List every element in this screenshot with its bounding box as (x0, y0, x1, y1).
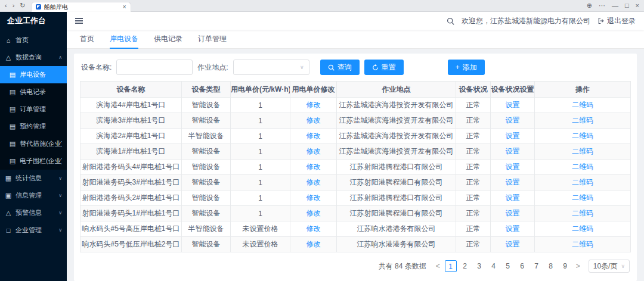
device-name-input[interactable] (116, 60, 193, 75)
page-number-4[interactable]: 4 (488, 260, 500, 272)
setting-link[interactable]: 设置 (506, 147, 520, 155)
modify-link[interactable]: 修改 (306, 101, 321, 109)
page-number-7[interactable]: 7 (531, 260, 543, 272)
page-number-1[interactable]: 1 (445, 260, 457, 272)
table-header-row: 设备名称设备类型用电单价(元/kW·h)用电单价修改作业地点设备状况设备状况设置… (80, 82, 631, 98)
setting-link[interactable]: 设置 (506, 132, 520, 140)
modify-link[interactable]: 修改 (306, 132, 321, 140)
content-area: 设备名称: 作业地点: ∨ 查询 重置 + (67, 49, 644, 281)
setting-link[interactable]: 设置 (506, 193, 520, 202)
qrcode-link[interactable]: 二维码 (572, 178, 593, 186)
maximize-icon[interactable]: □ (625, 2, 629, 9)
more-icon[interactable]: ⋯ (599, 2, 605, 9)
qrcode-link[interactable]: 二维码 (572, 147, 593, 155)
sidebar-item-label: 企业管理 (16, 226, 42, 235)
action-cell: 二维码 (535, 221, 631, 237)
page-number-8[interactable]: 8 (545, 260, 557, 272)
sidebar-item-alternative-measures[interactable]: ▤替代措施(企业) (0, 135, 67, 152)
modify-link[interactable]: 修改 (306, 224, 321, 233)
minimize-icon[interactable]: — (612, 2, 618, 9)
sidebar-item-home[interactable]: ⌂首页 (0, 32, 67, 49)
browser-forward-icon[interactable]: › (13, 2, 15, 9)
modify-link[interactable]: 修改 (306, 163, 321, 171)
action-cell: 二维码 (535, 98, 631, 113)
price-cell: 未设置价格 (231, 221, 290, 237)
browser-tab[interactable]: 船舶岸电 × (31, 2, 131, 12)
page-number-2[interactable]: 2 (459, 260, 471, 272)
qrcode-link[interactable]: 二维码 (572, 193, 593, 202)
qrcode-link[interactable]: 二维码 (572, 224, 593, 233)
modify-link[interactable]: 修改 (306, 116, 321, 124)
close-window-icon[interactable]: × (636, 2, 639, 9)
globe-icon[interactable]: ⊕ (587, 2, 592, 9)
logout-icon (597, 17, 605, 24)
location-cell: 江苏盐城港滨海港投资开发有限公司 (337, 129, 456, 144)
warning-icon: △ (5, 209, 12, 217)
sidebar-item-shore-power-device[interactable]: ▤岸电设备 (0, 66, 67, 83)
column-header: 用电单价修改 (290, 82, 337, 98)
table-row: 响水码头#5号低压岸电桩2号口智能设备未设置价格修改江苏响水港港务有限公司正常设… (80, 237, 631, 252)
browser-back-icon[interactable]: ‹ (5, 2, 7, 9)
next-page-icon[interactable]: > (574, 262, 583, 270)
page-size-select[interactable]: 10条/页 ∨ (589, 260, 630, 273)
qrcode-link[interactable]: 二维码 (572, 240, 593, 248)
tab-order-management[interactable]: 订单管理 (198, 30, 227, 49)
status-cell: 正常 (456, 175, 491, 191)
qrcode-link[interactable]: 二维码 (572, 101, 593, 109)
tab-home[interactable]: 首页 (80, 30, 94, 49)
sidebar-item-order-management[interactable]: ▤订单管理 (0, 101, 67, 118)
column-header: 作业地点 (337, 82, 456, 98)
setting-link[interactable]: 设置 (506, 240, 520, 248)
location-cell: 江苏盐城港滨海港投资开发有限公司 (337, 144, 456, 160)
setting-link[interactable]: 设置 (506, 101, 520, 109)
modify-link[interactable]: 修改 (306, 193, 321, 202)
tab-power-supply-records[interactable]: 供电记录 (154, 30, 182, 49)
sidebar-item-electronic-fence[interactable]: ▤电子围栏(企业) (0, 152, 67, 170)
sidebar-item-warning-info[interactable]: △预警信息∨ (0, 204, 67, 221)
search-button[interactable]: 查询 (320, 60, 360, 75)
sidebar-item-info-management[interactable]: ▣信息管理∨ (0, 187, 67, 204)
setting-link[interactable]: 设置 (506, 116, 520, 124)
browser-refresh-icon[interactable]: ↻ (20, 2, 25, 9)
setting-link[interactable]: 设置 (506, 163, 520, 171)
logout-button[interactable]: 退出登录 (597, 16, 636, 26)
page-number-3[interactable]: 3 (473, 260, 485, 272)
modify-link[interactable]: 修改 (306, 240, 321, 248)
tab-close-icon[interactable]: × (123, 4, 126, 10)
price-cell: 1 (231, 144, 290, 160)
qrcode-link[interactable]: 二维码 (572, 163, 593, 171)
setting-link[interactable]: 设置 (506, 178, 520, 186)
sidebar-item-statistics[interactable]: ▦统计信息∨ (0, 170, 67, 187)
price-modify-cell: 修改 (290, 98, 337, 113)
sidebar-item-reservation-management[interactable]: ▤预约管理 (0, 118, 67, 135)
total-count: 共有 84 条数据 (379, 261, 426, 271)
sidebar-item-enterprise-management[interactable]: □企业管理∨ (0, 221, 67, 239)
search-button-label: 查询 (338, 63, 352, 73)
device-name-cell: 射阳港港务码头4#岸电桩1号口 (80, 160, 182, 175)
sidebar-item-data-query[interactable]: △数据查询∧ (0, 49, 67, 66)
main-area: 欢迎您，江苏盐城港新能源电力有限公司 退出登录 首页岸电设备供电记录订单管理 设… (67, 12, 644, 281)
search-icon[interactable] (447, 17, 454, 25)
menu-fold-icon[interactable] (75, 18, 83, 24)
location-select[interactable]: ∨ (233, 60, 309, 75)
setting-link[interactable]: 设置 (506, 224, 520, 233)
reset-button[interactable]: 重置 (364, 60, 404, 75)
tab-shore-power-device[interactable]: 岸电设备 (110, 30, 138, 49)
tab-strip: 首页岸电设备供电记录订单管理 (67, 30, 644, 49)
add-button[interactable]: + 添加 (448, 60, 485, 75)
action-cell: 二维码 (535, 191, 631, 206)
qrcode-link[interactable]: 二维码 (572, 116, 593, 124)
qrcode-link[interactable]: 二维码 (572, 132, 593, 140)
modify-link[interactable]: 修改 (306, 147, 321, 155)
modify-link[interactable]: 修改 (306, 178, 321, 186)
qrcode-link[interactable]: 二维码 (572, 209, 593, 217)
page-number-6[interactable]: 6 (516, 260, 528, 272)
page-number-5[interactable]: 5 (502, 260, 514, 272)
status-cell: 正常 (456, 113, 491, 129)
page-number-9[interactable]: 9 (559, 260, 571, 272)
modify-link[interactable]: 修改 (306, 209, 321, 217)
prev-page-icon[interactable]: < (434, 262, 442, 270)
status-cell: 正常 (456, 160, 491, 175)
sidebar-item-power-supply-records[interactable]: ▤供电记录 (0, 83, 67, 101)
setting-link[interactable]: 设置 (506, 209, 520, 217)
